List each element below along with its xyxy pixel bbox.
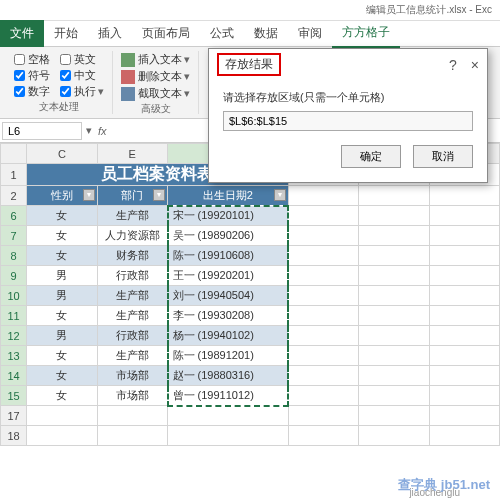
- col-header[interactable]: C: [27, 144, 97, 164]
- filter-icon[interactable]: ▾: [153, 189, 165, 201]
- cell-dept[interactable]: 市场部: [97, 386, 167, 406]
- cell-dept[interactable]: 行政部: [97, 266, 167, 286]
- cell-dept[interactable]: 财务部: [97, 246, 167, 266]
- cell-gender[interactable]: 男: [27, 266, 97, 286]
- row-header[interactable]: 18: [1, 426, 27, 446]
- row-header[interactable]: 13: [1, 346, 27, 366]
- filter-icon[interactable]: ▾: [83, 189, 95, 201]
- row-header[interactable]: 6: [1, 206, 27, 226]
- row-header[interactable]: 2: [1, 186, 27, 206]
- cell-gender[interactable]: 女: [27, 306, 97, 326]
- cell-birth[interactable]: 赵一 (19880316): [168, 366, 289, 386]
- spreadsheet-grid[interactable]: C E L M N O 1 员工档案资料表 2 性别▾ 部门▾ 出生日期2▾ 6…: [0, 143, 500, 446]
- ribbon-group-text: 空格 符号 数字 英文 中文 执行▾ 文本处理: [6, 51, 113, 114]
- row-header[interactable]: 12: [1, 326, 27, 346]
- watermark: 查字典 jb51.net: [398, 476, 490, 494]
- cell-birth[interactable]: 杨一 (19940102): [168, 326, 289, 346]
- tab-layout[interactable]: 页面布局: [132, 20, 200, 47]
- delete-text-button[interactable]: 删除文本▾: [121, 69, 190, 84]
- cell-birth[interactable]: 宋一 (19920101): [168, 206, 289, 226]
- cell-birth[interactable]: 王一 (19920201): [168, 266, 289, 286]
- header-dept[interactable]: 部门▾: [97, 186, 167, 206]
- cell-birth[interactable]: 陈一 (19891201): [168, 346, 289, 366]
- cell-gender[interactable]: 女: [27, 206, 97, 226]
- extract-text-button[interactable]: 截取文本▾: [121, 86, 190, 101]
- help-icon[interactable]: ?: [449, 57, 457, 73]
- corner-cell[interactable]: [1, 144, 27, 164]
- cell-gender[interactable]: 女: [27, 366, 97, 386]
- dialog-prompt: 请选择存放区域(只需一个单元格): [223, 90, 473, 105]
- tab-ffgz[interactable]: 方方格子: [332, 19, 400, 48]
- group-label-text: 文本处理: [14, 100, 104, 114]
- result-dialog: 存放结果 ? × 请选择存放区域(只需一个单元格) 确定 取消: [208, 48, 488, 183]
- tab-start[interactable]: 开始: [44, 20, 88, 47]
- cell-dept[interactable]: 生产部: [97, 286, 167, 306]
- chk-symbol[interactable]: 符号: [14, 68, 50, 83]
- cell-gender[interactable]: 男: [27, 286, 97, 306]
- header-birth[interactable]: 出生日期2▾: [168, 186, 289, 206]
- cell-gender[interactable]: 女: [27, 386, 97, 406]
- cell-birth[interactable]: 曾一 (19911012): [168, 386, 289, 406]
- row-header[interactable]: 11: [1, 306, 27, 326]
- cell-dept[interactable]: 生产部: [97, 346, 167, 366]
- cell-dept[interactable]: 生产部: [97, 206, 167, 226]
- chk-execute[interactable]: 执行▾: [60, 84, 104, 99]
- cell-birth[interactable]: 李一 (19930208): [168, 306, 289, 326]
- window-title: 编辑员工信息统计.xlsx - Exc: [0, 0, 500, 21]
- header-gender[interactable]: 性别▾: [27, 186, 97, 206]
- cell-birth[interactable]: 吴一 (19890206): [168, 226, 289, 246]
- chk-space[interactable]: 空格: [14, 52, 50, 67]
- tab-data[interactable]: 数据: [244, 20, 288, 47]
- cell-gender[interactable]: 女: [27, 246, 97, 266]
- row-header[interactable]: 10: [1, 286, 27, 306]
- filter-icon[interactable]: ▾: [274, 189, 286, 201]
- fx-icon[interactable]: fx: [92, 125, 113, 137]
- chk-chinese[interactable]: 中文: [60, 68, 104, 83]
- cell-dept[interactable]: 市场部: [97, 366, 167, 386]
- tab-formula[interactable]: 公式: [200, 20, 244, 47]
- row-header[interactable]: 9: [1, 266, 27, 286]
- row-header[interactable]: 15: [1, 386, 27, 406]
- name-box[interactable]: [2, 122, 82, 140]
- col-header[interactable]: E: [97, 144, 167, 164]
- cell-birth[interactable]: 刘一 (19940504): [168, 286, 289, 306]
- ribbon-group-advanced: 插入文本▾ 删除文本▾ 截取文本▾ 高级文: [113, 51, 199, 114]
- dialog-title: 存放结果: [217, 53, 281, 76]
- cell-birth[interactable]: 陈一 (19910608): [168, 246, 289, 266]
- row-header[interactable]: 8: [1, 246, 27, 266]
- cell-dept[interactable]: 生产部: [97, 306, 167, 326]
- group-label-adv: 高级文: [121, 102, 190, 116]
- tab-insert[interactable]: 插入: [88, 20, 132, 47]
- chk-english[interactable]: 英文: [60, 52, 104, 67]
- row-header[interactable]: 7: [1, 226, 27, 246]
- close-icon[interactable]: ×: [471, 57, 479, 73]
- range-input[interactable]: [223, 111, 473, 131]
- cell-gender[interactable]: 男: [27, 326, 97, 346]
- row-header[interactable]: 1: [1, 164, 27, 186]
- cell-dept[interactable]: 行政部: [97, 326, 167, 346]
- row-header[interactable]: 14: [1, 366, 27, 386]
- cancel-button[interactable]: 取消: [413, 145, 473, 168]
- ribbon-tabs: 文件 开始 插入 页面布局 公式 数据 审阅 方方格子: [0, 21, 500, 47]
- tab-review[interactable]: 审阅: [288, 20, 332, 47]
- cell-dept[interactable]: 人力资源部: [97, 226, 167, 246]
- tab-file[interactable]: 文件: [0, 20, 44, 47]
- insert-text-button[interactable]: 插入文本▾: [121, 52, 190, 67]
- chk-number[interactable]: 数字: [14, 84, 50, 99]
- ok-button[interactable]: 确定: [341, 145, 401, 168]
- row-header[interactable]: 17: [1, 406, 27, 426]
- cell-gender[interactable]: 女: [27, 346, 97, 366]
- cell-gender[interactable]: 女: [27, 226, 97, 246]
